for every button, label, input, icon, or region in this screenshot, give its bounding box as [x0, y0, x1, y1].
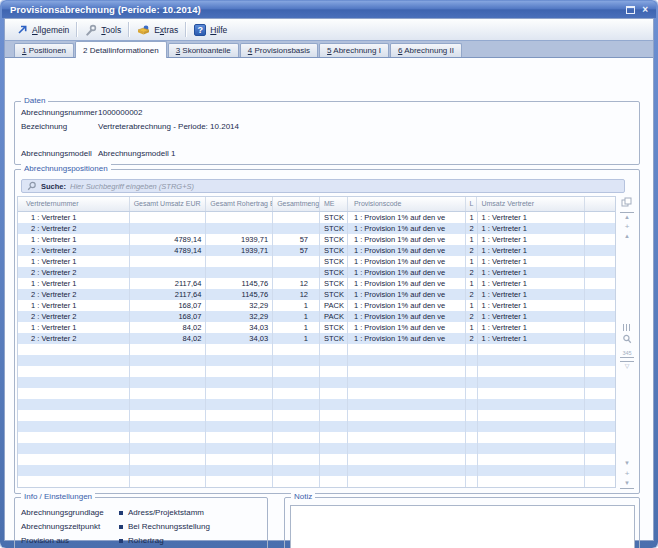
table-row-empty[interactable]	[18, 410, 615, 421]
table-row-empty[interactable]	[18, 355, 615, 366]
tab-positionen[interactable]: 1 Positionen	[14, 43, 74, 57]
table-row[interactable]: 2 : Vertreter 22117,641145,7612STCK1 : P…	[18, 289, 615, 300]
col-header-me[interactable]: ME	[320, 197, 348, 211]
table-row[interactable]: 2 : Vertreter 24789,141939,7157STCK1 : P…	[18, 245, 615, 256]
table-row[interactable]: 1 : Vertreter 1STCK1 : Provision 1% auf …	[18, 212, 615, 223]
table-row[interactable]: 1 : Vertreter 184,0234,031STCK1 : Provis…	[18, 322, 615, 333]
table-cell: 1	[466, 300, 478, 311]
table-row-empty[interactable]	[18, 487, 615, 488]
table-row-empty[interactable]	[18, 476, 615, 487]
table-cell: 1	[466, 212, 478, 223]
row-numbers-icon[interactable]: 345	[620, 349, 634, 358]
table-cell: 2117,64	[130, 289, 207, 300]
table-cell	[478, 487, 586, 488]
table-cell	[348, 377, 466, 388]
search-bar[interactable]: Suche:	[21, 179, 625, 193]
window-controls: ×	[626, 5, 656, 15]
fit-columns-icon[interactable]	[620, 324, 634, 334]
table-cell: 32,29	[206, 311, 273, 322]
table-cell: 1	[466, 278, 478, 289]
table-row[interactable]: 1 : Vertreter 1STCK1 : Provision 1% auf …	[18, 256, 615, 267]
notiz-textarea[interactable]	[290, 505, 635, 548]
table-row[interactable]: 1 : Vertreter 14789,141939,7157STCK1 : P…	[18, 234, 615, 245]
tab-provisionsbasis[interactable]: 4 Provisionsbasis	[240, 43, 318, 57]
restore-window-icon[interactable]	[626, 6, 635, 14]
tab-detailinformationen[interactable]: 2 Detailinformationen	[75, 41, 167, 58]
menu-tools-button[interactable]: Tools	[79, 22, 127, 38]
table-row-empty[interactable]	[18, 443, 615, 454]
table-cell	[466, 377, 478, 388]
search-input[interactable]	[70, 182, 619, 191]
col-header-vertreternummer[interactable]: Vertreternummer	[18, 197, 130, 211]
tab-skontoanteile[interactable]: 3 Skontoanteile	[168, 43, 239, 57]
table-cell	[585, 355, 615, 366]
table-row-empty[interactable]	[18, 388, 615, 399]
table-row-empty[interactable]	[18, 366, 615, 377]
col-header-provisionscode[interactable]: Provisionscode	[348, 197, 466, 211]
table-cell	[130, 476, 207, 487]
scroll-to-top-icon[interactable]: ▲	[620, 212, 634, 222]
table-cell: 1 : Vertreter 1	[478, 322, 586, 333]
table-row[interactable]: 1 : Vertreter 1168,0732,291PACK1 : Provi…	[18, 300, 615, 311]
table-cell	[130, 432, 207, 443]
table-cell	[273, 476, 320, 487]
col-header-l[interactable]: L	[466, 197, 478, 211]
table-cell	[130, 421, 207, 432]
menu-extras-button[interactable]: Extras	[131, 22, 184, 38]
table-cell	[18, 344, 130, 355]
table-cell	[466, 410, 478, 421]
positions-table-body: 1 : Vertreter 1STCK1 : Provision 1% auf …	[18, 212, 615, 488]
scroll-page-up-icon[interactable]: +	[620, 222, 634, 231]
table-cell	[466, 388, 478, 399]
table-cell	[585, 300, 615, 311]
table-cell	[206, 366, 273, 377]
table-row-empty[interactable]	[18, 377, 615, 388]
col-header-gesamtmenge[interactable]: Gesamtmenge	[273, 197, 320, 211]
scroll-up-icon[interactable]: ▲	[620, 232, 634, 241]
table-cell: 2	[466, 333, 478, 344]
goto-row-icon[interactable]: ▽	[620, 361, 634, 371]
search-icon	[27, 181, 37, 191]
col-header-gesamt-umsatz[interactable]: Gesamt Umsatz EUR	[130, 197, 207, 211]
table-cell	[478, 410, 586, 421]
table-cell	[320, 432, 348, 443]
table-cell: 1 : Vertreter 1	[478, 311, 586, 322]
table-row[interactable]: 2 : Vertreter 284,0234,031STCK1 : Provis…	[18, 333, 615, 344]
table-cell: 1 : Vertreter 1	[18, 212, 130, 223]
table-row-empty[interactable]	[18, 421, 615, 432]
table-cell	[18, 377, 130, 388]
table-row[interactable]: 1 : Vertreter 12117,641145,7612STCK1 : P…	[18, 278, 615, 289]
tab-abrechnung-2[interactable]: 6 Abrechnung II	[390, 43, 462, 57]
table-row-empty[interactable]	[18, 432, 615, 443]
table-row[interactable]: 2 : Vertreter 2STCK1 : Provision 1% auf …	[18, 267, 615, 278]
table-cell	[320, 399, 348, 410]
table-cell	[585, 333, 615, 344]
search-label: Suche:	[41, 182, 66, 191]
tab-abrechnung-1[interactable]: 5 Abrechnung I	[319, 43, 389, 57]
table-row[interactable]: 2 : Vertreter 2STCK1 : Provision 1% auf …	[18, 223, 615, 234]
menu-hilfe-button[interactable]: ? Hilfe	[188, 22, 233, 38]
scroll-page-down-icon[interactable]: +	[620, 469, 634, 478]
table-cell	[585, 223, 615, 234]
table-row-empty[interactable]	[18, 344, 615, 355]
abrechnungszeitpunkt-label: Abrechnungszeitpunkt	[21, 522, 100, 531]
table-cell	[320, 454, 348, 465]
scroll-to-bottom-icon[interactable]: ▼	[620, 479, 634, 489]
table-cell: 168,07	[130, 311, 207, 322]
table-cell	[18, 410, 130, 421]
table-cell	[130, 267, 207, 278]
table-row-empty[interactable]	[18, 454, 615, 465]
abrechnungsmodell-value: Abrechnungsmodell 1	[98, 149, 175, 158]
table-cell: 1 : Vertreter 1	[18, 278, 130, 289]
table-row-empty[interactable]	[18, 465, 615, 476]
zoom-search-icon[interactable]	[620, 334, 634, 347]
col-header-umsatz-vertreter[interactable]: Umsatz Vertreter	[477, 197, 585, 211]
menu-allgemein-button[interactable]: Allgemein	[11, 22, 75, 37]
column-chooser-icon[interactable]	[619, 197, 633, 210]
close-window-icon[interactable]: ×	[642, 5, 648, 15]
scroll-down-icon[interactable]: ▼	[620, 459, 634, 468]
titlebar[interactable]: Provisionsabrechnung (Periode: 10.2014) …	[2, 1, 656, 18]
table-row[interactable]: 2 : Vertreter 2168,0732,291PACK1 : Provi…	[18, 311, 615, 322]
col-header-gesamt-rohertrag[interactable]: Gesamt Rohertrag EUR	[206, 197, 273, 211]
table-row-empty[interactable]	[18, 399, 615, 410]
